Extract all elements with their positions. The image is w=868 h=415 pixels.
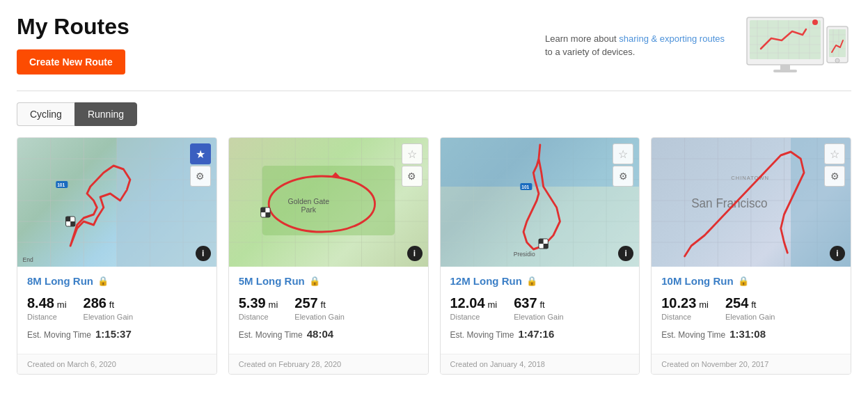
elevation-stat-3: 637 ft Elevation Gain	[514, 295, 564, 321]
star-button-1[interactable]: ★	[190, 143, 211, 164]
lock-icon-4: 🔒	[738, 276, 749, 286]
svg-rect-14	[780, 65, 790, 70]
svg-rect-15	[773, 70, 797, 72]
moving-time-row-1: Est. Moving Time 1:15:37	[27, 328, 207, 340]
card-body-1: 8M Long Run 🔒 8.48 mi Distance 286	[17, 267, 216, 354]
page-title: My Routes	[17, 14, 129, 40]
svg-rect-69	[441, 187, 640, 267]
svg-rect-2	[750, 20, 821, 59]
header-left: My Routes Create New Route	[17, 14, 129, 75]
header-info: Learn more about sharing & exporting rou…	[545, 32, 726, 59]
svg-rect-37	[70, 221, 75, 226]
route-map-4: San Francisco CHINATOWN ☆ ⚙ i	[652, 138, 851, 267]
tab-running[interactable]: Running	[74, 102, 137, 126]
info-button-4[interactable]: i	[830, 246, 845, 261]
info-button-2[interactable]: i	[407, 246, 423, 261]
svg-point-13	[812, 19, 818, 25]
moving-time-row-4: Est. Moving Time 1:31:08	[661, 328, 841, 340]
svg-rect-57	[265, 212, 270, 217]
svg-rect-74	[543, 244, 548, 249]
elevation-stat-1: 286 ft Elevation Gain	[84, 295, 134, 321]
distance-stat-1: 8.48 mi Distance	[27, 295, 67, 321]
svg-text:End: End	[23, 256, 33, 263]
elevation-value-1: 286 ft	[84, 295, 134, 311]
wrench-button-3[interactable]: ⚙	[613, 166, 633, 187]
card-footer-3: Created on January 4, 2018	[441, 354, 640, 374]
create-new-route-button[interactable]: Create New Route	[17, 49, 125, 75]
distance-stat-2: 5.39 mi Distance	[239, 295, 278, 321]
elevation-stat-4: 254 ft Elevation Gain	[725, 295, 775, 321]
svg-rect-36	[66, 217, 71, 221]
wrench-button-4[interactable]: ⚙	[824, 166, 845, 187]
card-footer-2: Created on February 28, 2020	[229, 354, 428, 374]
stats-row-2: 5.39 mi Distance 257 ft Elevation Gain	[239, 295, 418, 321]
lock-icon-1: 🔒	[97, 276, 109, 286]
route-card-2: Golden Gate Park ☆ ⚙ i 5M Long Run	[228, 137, 429, 375]
route-card-3: 101 Presidio ☆ ⚙ i 12M Long Run 🔒	[440, 137, 640, 375]
svg-text:Golden Gate: Golden Gate	[287, 197, 329, 205]
route-map-3: 101 Presidio ☆ ⚙ i	[441, 138, 640, 267]
stats-row-3: 12.04 mi Distance 637 ft Elevation Gain	[450, 295, 630, 321]
star-button-3[interactable]: ☆	[613, 143, 633, 164]
stats-row-1: 8.48 mi Distance 286 ft Elevation Gain	[27, 295, 207, 321]
card-title-1: 8M Long Run 🔒	[27, 275, 207, 287]
stats-row-4: 10.23 mi Distance 254 ft Elevation Gain	[661, 295, 841, 321]
devices-illustration	[740, 14, 851, 77]
moving-time-row-3: Est. Moving Time 1:47:16	[450, 328, 630, 340]
wrench-button-2[interactable]: ⚙	[402, 166, 423, 187]
header-devices	[740, 14, 851, 77]
tab-bar: Cycling Running	[17, 102, 851, 126]
card-footer-1: Created on March 6, 2020	[17, 354, 216, 374]
moving-time-row-2: Est. Moving Time 48:04	[239, 328, 418, 340]
card-body-2: 5M Long Run 🔒 5.39 mi Distance 257	[229, 267, 428, 354]
header-info-text: Learn more about sharing & exporting rou…	[545, 32, 726, 59]
page-header: My Routes Create New Route Learn more ab…	[17, 14, 851, 77]
svg-text:Park: Park	[301, 205, 316, 214]
wrench-button-1[interactable]: ⚙	[190, 166, 211, 187]
svg-text:101: 101	[521, 185, 529, 189]
distance-stat-3: 12.04 mi Distance	[450, 295, 498, 321]
routes-grid: End 101 ★ ⚙ i 8M Long Run 🔒 8.48	[17, 137, 851, 375]
distance-value-1: 8.48 mi	[27, 295, 67, 311]
lock-icon-2: 🔒	[309, 276, 320, 286]
svg-text:CHINATOWN: CHINATOWN	[732, 175, 770, 181]
card-body-4: 10M Long Run 🔒 10.23 mi Distance 254	[652, 267, 851, 354]
route-card-4: San Francisco CHINATOWN ☆ ⚙ i 10M Long R…	[651, 137, 851, 375]
svg-rect-56	[260, 208, 265, 212]
sharing-link[interactable]: sharing & exporting routes	[619, 33, 725, 44]
star-button-4[interactable]: ☆	[824, 143, 845, 164]
svg-rect-73	[538, 239, 543, 244]
route-card-1: End 101 ★ ⚙ i 8M Long Run 🔒 8.48	[17, 137, 217, 375]
card-footer-4: Created on November 20, 2017	[652, 354, 851, 374]
svg-text:101: 101	[57, 182, 65, 187]
lock-icon-3: 🔒	[526, 276, 537, 286]
route-map-1: End 101 ★ ⚙ i	[17, 138, 216, 267]
section-divider	[17, 91, 851, 91]
card-title-2: 5M Long Run 🔒	[239, 275, 418, 287]
tab-cycling[interactable]: Cycling	[17, 102, 74, 126]
header-right: Learn more about sharing & exporting rou…	[545, 14, 851, 77]
svg-rect-17	[829, 29, 846, 57]
svg-text:Presidio: Presidio	[513, 251, 535, 258]
route-map-2: Golden Gate Park ☆ ⚙ i	[229, 138, 428, 267]
svg-point-23	[835, 58, 839, 63]
card-title-4: 10M Long Run 🔒	[661, 275, 841, 287]
elevation-stat-2: 257 ft Elevation Gain	[294, 295, 345, 321]
card-title-3: 12M Long Run 🔒	[450, 275, 630, 287]
info-button-1[interactable]: i	[196, 246, 211, 261]
card-body-3: 12M Long Run 🔒 12.04 mi Distance 637	[441, 267, 640, 354]
star-button-2[interactable]: ☆	[402, 143, 423, 164]
page-wrapper: My Routes Create New Route Learn more ab…	[0, 0, 868, 389]
distance-stat-4: 10.23 mi Distance	[661, 295, 709, 321]
